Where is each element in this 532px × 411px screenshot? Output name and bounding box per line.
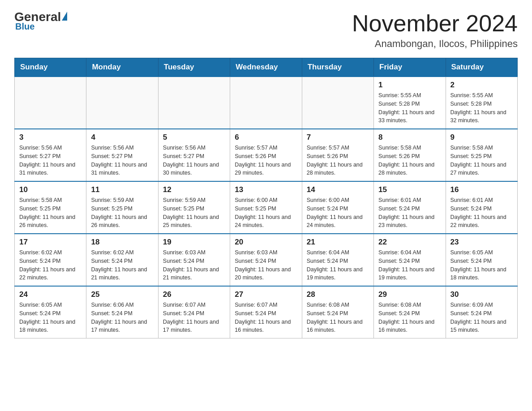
day-info: Sunrise: 6:01 AMSunset: 5:24 PMDaylight:… — [378, 196, 441, 230]
calendar-cell: 26Sunrise: 6:07 AMSunset: 5:24 PMDayligh… — [158, 286, 230, 338]
day-number: 19 — [163, 238, 225, 247]
calendar-cell: 2Sunrise: 5:55 AMSunset: 5:28 PMDaylight… — [446, 77, 517, 129]
day-number: 8 — [378, 133, 441, 142]
calendar-cell: 30Sunrise: 6:09 AMSunset: 5:24 PMDayligh… — [446, 286, 517, 338]
day-number: 28 — [307, 290, 369, 299]
day-number: 14 — [307, 185, 369, 194]
day-number: 22 — [378, 238, 441, 247]
day-number: 18 — [91, 238, 153, 247]
day-info: Sunrise: 6:08 AMSunset: 5:24 PMDaylight:… — [307, 301, 369, 334]
day-info: Sunrise: 6:03 AMSunset: 5:24 PMDaylight:… — [163, 248, 225, 282]
day-number: 12 — [163, 185, 225, 194]
location-subtitle: Anambongan, Ilocos, Philippines — [352, 38, 518, 50]
calendar-table: SundayMondayTuesdayWednesdayThursdayFrid… — [14, 58, 518, 338]
column-header-friday: Friday — [374, 58, 446, 77]
day-info: Sunrise: 5:57 AMSunset: 5:26 PMDaylight:… — [307, 144, 369, 177]
day-number: 29 — [378, 290, 441, 299]
calendar-cell: 1Sunrise: 5:55 AMSunset: 5:28 PMDaylight… — [374, 77, 446, 129]
day-number: 27 — [235, 290, 297, 299]
calendar-cell: 20Sunrise: 6:03 AMSunset: 5:24 PMDayligh… — [230, 234, 302, 286]
day-info: Sunrise: 5:58 AMSunset: 5:25 PMDaylight:… — [450, 144, 513, 177]
calendar-cell: 16Sunrise: 6:01 AMSunset: 5:24 PMDayligh… — [446, 181, 517, 234]
day-number: 20 — [235, 238, 297, 247]
day-number: 2 — [450, 81, 513, 90]
calendar-cell: 9Sunrise: 5:58 AMSunset: 5:25 PMDaylight… — [446, 129, 517, 181]
day-number: 24 — [19, 290, 82, 299]
calendar-cell: 29Sunrise: 6:08 AMSunset: 5:24 PMDayligh… — [374, 286, 446, 338]
day-number: 10 — [19, 185, 82, 194]
page-header: General Blue November 2024 Anambongan, I… — [14, 11, 518, 50]
day-info: Sunrise: 5:58 AMSunset: 5:25 PMDaylight:… — [19, 196, 82, 230]
day-number: 13 — [235, 185, 297, 194]
calendar-cell: 14Sunrise: 6:00 AMSunset: 5:24 PMDayligh… — [302, 181, 373, 234]
day-info: Sunrise: 6:04 AMSunset: 5:24 PMDaylight:… — [378, 248, 441, 282]
column-header-wednesday: Wednesday — [230, 58, 302, 77]
day-info: Sunrise: 6:03 AMSunset: 5:24 PMDaylight:… — [235, 248, 297, 282]
week-row-3: 10Sunrise: 5:58 AMSunset: 5:25 PMDayligh… — [15, 181, 518, 234]
day-info: Sunrise: 6:09 AMSunset: 5:24 PMDaylight:… — [450, 301, 513, 334]
calendar-header-row: SundayMondayTuesdayWednesdayThursdayFrid… — [15, 58, 518, 77]
calendar-cell: 13Sunrise: 6:00 AMSunset: 5:25 PMDayligh… — [230, 181, 302, 234]
day-number: 6 — [235, 133, 297, 142]
day-info: Sunrise: 6:01 AMSunset: 5:24 PMDaylight:… — [450, 196, 513, 230]
day-info: Sunrise: 6:00 AMSunset: 5:24 PMDaylight:… — [307, 196, 369, 230]
day-number: 1 — [378, 81, 441, 90]
calendar-cell: 21Sunrise: 6:04 AMSunset: 5:24 PMDayligh… — [302, 234, 373, 286]
day-info: Sunrise: 6:02 AMSunset: 5:24 PMDaylight:… — [91, 248, 153, 282]
calendar-cell: 10Sunrise: 5:58 AMSunset: 5:25 PMDayligh… — [15, 181, 86, 234]
day-number: 26 — [163, 290, 225, 299]
day-number: 30 — [450, 290, 513, 299]
day-number: 9 — [450, 133, 513, 142]
column-header-monday: Monday — [86, 58, 158, 77]
calendar-cell: 8Sunrise: 5:58 AMSunset: 5:26 PMDaylight… — [374, 129, 446, 181]
day-number: 7 — [307, 133, 369, 142]
title-area: November 2024 Anambongan, Ilocos, Philip… — [352, 11, 518, 50]
day-number: 4 — [91, 133, 153, 142]
calendar-cell: 17Sunrise: 6:02 AMSunset: 5:24 PMDayligh… — [15, 234, 86, 286]
day-info: Sunrise: 5:58 AMSunset: 5:26 PMDaylight:… — [378, 144, 441, 177]
day-number: 17 — [19, 238, 82, 247]
calendar-cell — [158, 77, 230, 129]
day-number: 16 — [450, 185, 513, 194]
day-number: 3 — [19, 133, 82, 142]
calendar-cell: 23Sunrise: 6:05 AMSunset: 5:24 PMDayligh… — [446, 234, 517, 286]
logo-blue-text: Blue — [15, 21, 34, 32]
day-number: 23 — [450, 238, 513, 247]
week-row-1: 1Sunrise: 5:55 AMSunset: 5:28 PMDaylight… — [15, 77, 518, 129]
day-info: Sunrise: 6:07 AMSunset: 5:24 PMDaylight:… — [163, 301, 225, 334]
calendar-cell: 22Sunrise: 6:04 AMSunset: 5:24 PMDayligh… — [374, 234, 446, 286]
calendar-cell: 5Sunrise: 5:56 AMSunset: 5:27 PMDaylight… — [158, 129, 230, 181]
day-number: 11 — [91, 185, 153, 194]
calendar-cell: 3Sunrise: 5:56 AMSunset: 5:27 PMDaylight… — [15, 129, 86, 181]
day-info: Sunrise: 5:57 AMSunset: 5:26 PMDaylight:… — [235, 144, 297, 177]
calendar-cell: 11Sunrise: 5:59 AMSunset: 5:25 PMDayligh… — [86, 181, 158, 234]
calendar-cell: 25Sunrise: 6:06 AMSunset: 5:24 PMDayligh… — [86, 286, 158, 338]
calendar-cell: 24Sunrise: 6:05 AMSunset: 5:24 PMDayligh… — [15, 286, 86, 338]
calendar-cell: 6Sunrise: 5:57 AMSunset: 5:26 PMDaylight… — [230, 129, 302, 181]
day-info: Sunrise: 6:00 AMSunset: 5:25 PMDaylight:… — [235, 196, 297, 230]
day-number: 25 — [91, 290, 153, 299]
calendar-cell: 19Sunrise: 6:03 AMSunset: 5:24 PMDayligh… — [158, 234, 230, 286]
calendar-cell: 4Sunrise: 5:56 AMSunset: 5:27 PMDaylight… — [86, 129, 158, 181]
calendar-cell — [302, 77, 373, 129]
column-header-tuesday: Tuesday — [158, 58, 230, 77]
day-info: Sunrise: 6:04 AMSunset: 5:24 PMDaylight:… — [307, 248, 369, 282]
day-info: Sunrise: 6:05 AMSunset: 5:24 PMDaylight:… — [450, 248, 513, 282]
day-info: Sunrise: 5:56 AMSunset: 5:27 PMDaylight:… — [163, 144, 225, 177]
day-info: Sunrise: 6:06 AMSunset: 5:24 PMDaylight:… — [91, 301, 153, 334]
day-number: 5 — [163, 133, 225, 142]
day-info: Sunrise: 5:59 AMSunset: 5:25 PMDaylight:… — [91, 196, 153, 230]
calendar-cell: 15Sunrise: 6:01 AMSunset: 5:24 PMDayligh… — [374, 181, 446, 234]
day-info: Sunrise: 5:56 AMSunset: 5:27 PMDaylight:… — [91, 144, 153, 177]
calendar-cell: 12Sunrise: 5:59 AMSunset: 5:25 PMDayligh… — [158, 181, 230, 234]
day-info: Sunrise: 5:55 AMSunset: 5:28 PMDaylight:… — [378, 91, 441, 125]
calendar-cell: 28Sunrise: 6:08 AMSunset: 5:24 PMDayligh… — [302, 286, 373, 338]
column-header-saturday: Saturday — [446, 58, 517, 77]
day-info: Sunrise: 6:02 AMSunset: 5:24 PMDaylight:… — [19, 248, 82, 282]
week-row-4: 17Sunrise: 6:02 AMSunset: 5:24 PMDayligh… — [15, 234, 518, 286]
logo-area: General Blue — [14, 11, 67, 32]
day-info: Sunrise: 6:07 AMSunset: 5:24 PMDaylight:… — [235, 301, 297, 334]
week-row-5: 24Sunrise: 6:05 AMSunset: 5:24 PMDayligh… — [15, 286, 518, 338]
calendar-cell — [230, 77, 302, 129]
day-info: Sunrise: 5:59 AMSunset: 5:25 PMDaylight:… — [163, 196, 225, 230]
